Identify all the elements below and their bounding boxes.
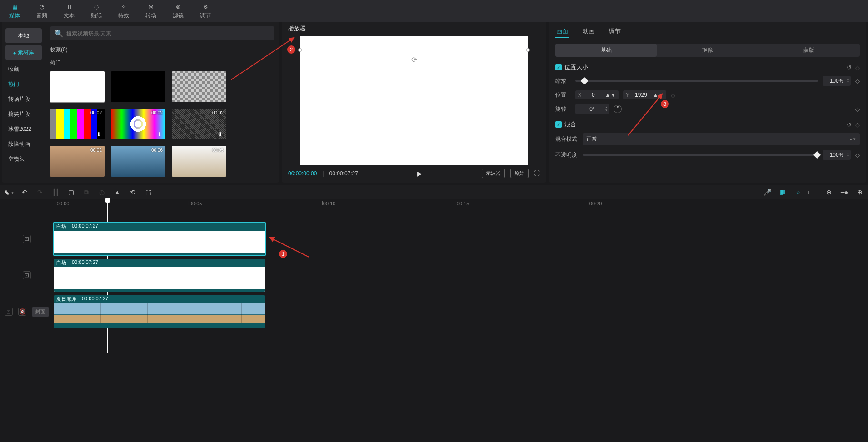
pos-y-input[interactable] — [632, 92, 650, 98]
clip-white-2[interactable]: 白场00:00:07:27 — [54, 259, 265, 292]
subtab-cutout[interactable]: 抠像 — [657, 44, 758, 57]
copy-tool[interactable]: ⧉ — [82, 188, 91, 197]
media-panel: 本地 素材库 收藏 热门 转场片段 搞笑片段 冰雪2022 故障动画 空镜头 🔍… — [2, 22, 279, 183]
step-down[interactable]: ▼ — [845, 81, 851, 84]
timeline: ⬉▾ ↶ ↷ ⎮⎮ ▢ ⧉ ◷ ▲ ⟲ ⬚ 🎤 ▦ ⟐ ⊏⊐ ⊖ ━● ⊕ | … — [0, 185, 868, 442]
scope-button[interactable]: 示波器 — [482, 169, 505, 178]
download-icon[interactable]: ⬇ — [218, 131, 224, 138]
play-button[interactable]: ▶ — [417, 170, 422, 177]
keyframe-icon[interactable]: ◇ — [855, 64, 860, 71]
thumb-black[interactable] — [111, 71, 165, 102]
reset-icon[interactable]: ↺ — [847, 64, 852, 71]
mic-icon[interactable]: 🎤 — [763, 188, 772, 197]
clip-beach[interactable]: 夏日海滩00:00:07:27 — [54, 295, 265, 328]
sidebar-glitch[interactable]: 故障动画 — [2, 137, 45, 152]
undo-button[interactable]: ↶ — [20, 188, 29, 197]
thumb-transparent[interactable] — [172, 71, 226, 102]
thumb-clip3[interactable]: 00:05 — [172, 146, 226, 177]
thumb-clip2[interactable]: 00:06 — [111, 146, 165, 177]
download-icon[interactable]: ⬇ — [96, 131, 103, 138]
tab-effect[interactable]: ✧特效 — [118, 3, 129, 20]
mirror-tool[interactable]: ▲ — [113, 188, 122, 197]
select-tool[interactable]: ⬉▾ — [4, 188, 14, 197]
label-rotation: 旋转 — [555, 105, 571, 113]
subtab-mask[interactable]: 蒙版 — [758, 44, 860, 57]
opacity-slider[interactable] — [583, 154, 818, 156]
cover-button[interactable]: 封面 — [32, 307, 49, 317]
sidebar-transition-seg[interactable]: 转场片段 — [2, 92, 45, 107]
zoom-in-icon[interactable]: ⊕ — [855, 188, 864, 197]
download-icon[interactable]: ⬇ — [157, 131, 164, 138]
thumb-noise[interactable]: 00:02⬇ — [172, 109, 226, 139]
loading-icon: ⟳ — [411, 55, 417, 64]
zoom-out-icon[interactable]: ⊖ — [824, 188, 833, 197]
prop-tab-picture[interactable]: 画面 — [555, 25, 569, 38]
split-tool[interactable]: ⎮⎮ — [51, 188, 60, 197]
track-toggle[interactable]: ⊡ — [23, 271, 31, 279]
handle-left[interactable] — [298, 48, 302, 52]
search-box[interactable]: 🔍 — [50, 26, 274, 40]
track-toggle[interactable]: ⊡ — [5, 308, 13, 316]
crop-tool[interactable]: ⬚ — [144, 188, 153, 197]
tracks: ⊡ 白场00:00:07:27 ⊡ 白场00:00:07:27 ⊡ 🔇 封面 夏… — [0, 223, 868, 328]
thumb-testcard[interactable]: 00:02⬇ — [111, 109, 165, 139]
mute-icon[interactable]: 🔇 — [18, 308, 26, 316]
search-input[interactable] — [66, 30, 270, 37]
keyframe-icon[interactable]: ◇ — [855, 152, 860, 159]
sidebar-funny-seg[interactable]: 搞笑片段 — [2, 107, 45, 122]
checkbox-blend[interactable]: ✓ — [555, 121, 562, 128]
rotation-dial[interactable] — [614, 105, 622, 113]
tab-transition[interactable]: ⋈转场 — [145, 3, 156, 20]
thumb-clip1[interactable]: 00:02 — [50, 146, 105, 177]
tab-filter[interactable]: ⊗滤镜 — [173, 3, 184, 20]
redo-button[interactable]: ↷ — [35, 188, 45, 197]
label-position: 位置 — [555, 91, 571, 99]
pos-x-input[interactable] — [584, 92, 602, 98]
reset-icon[interactable]: ↺ — [847, 121, 852, 128]
subtab-basic[interactable]: 基础 — [555, 44, 657, 57]
player-controls: 00:00:00:00 | 00:00:07:27 ▶ 示波器 原始 ⛶ — [282, 166, 546, 183]
handle-right[interactable] — [526, 48, 530, 52]
ruler[interactable]: | 00:00 | 00:05 | 00:10 | 00:15 | 00:20 — [54, 199, 868, 209]
thumb-white[interactable] — [50, 71, 105, 102]
prop-tab-adjust[interactable]: 调节 — [608, 25, 622, 38]
tab-text[interactable]: TI文本 — [64, 3, 75, 20]
sidebar-empty-shot[interactable]: 空镜头 — [2, 152, 45, 167]
clip-white-1[interactable]: 白场00:00:07:27 — [54, 223, 265, 255]
original-button[interactable]: 原始 — [510, 169, 529, 178]
align-icon[interactable]: ⊏⊐ — [809, 188, 818, 197]
sidebar-fav[interactable]: 收藏 — [2, 62, 45, 77]
link-icon[interactable]: ⟐ — [793, 188, 803, 197]
keyframe-icon[interactable]: ◇ — [671, 92, 675, 99]
canvas[interactable]: ⟳ — [300, 36, 528, 165]
delete-tool[interactable]: ▢ — [66, 188, 75, 197]
fullscreen-icon[interactable]: ⛶ — [534, 170, 540, 177]
thumb-colorbars[interactable]: 00:02⬇ — [50, 109, 105, 139]
scale-slider[interactable] — [575, 80, 818, 82]
magnet-on-icon[interactable]: ▦ — [778, 188, 787, 197]
pos-y-box[interactable]: Y▲▼ — [623, 90, 666, 99]
prop-tab-anim[interactable]: 动画 — [582, 25, 595, 38]
hot-title: 热门 — [50, 59, 274, 67]
sidebar-local[interactable]: 本地 — [5, 28, 42, 43]
track-toggle[interactable]: ⊡ — [23, 235, 31, 243]
keyframe-icon[interactable]: ◇ — [855, 78, 860, 84]
player-stage[interactable]: ⟳ — [282, 35, 546, 166]
zoom-slider-icon[interactable]: ━● — [840, 188, 849, 197]
label-scale: 缩放 — [555, 77, 571, 85]
pos-x-box[interactable]: X▲▼ — [575, 90, 619, 99]
sidebar-hot[interactable]: 热门 — [2, 77, 45, 92]
sidebar-ice2022[interactable]: 冰雪2022 — [2, 122, 45, 137]
tab-media[interactable]: ▦媒体 — [9, 3, 20, 20]
tab-audio[interactable]: ◔音频 — [36, 3, 47, 20]
keyframe-icon[interactable]: ◇ — [855, 106, 860, 113]
speed-tool[interactable]: ◷ — [97, 188, 106, 197]
keyframe-icon[interactable]: ◇ — [855, 121, 860, 128]
tab-sticker[interactable]: ◌贴纸 — [91, 3, 102, 20]
rotate-tool[interactable]: ⟲ — [128, 188, 137, 197]
checkbox-possize[interactable]: ✓ — [555, 64, 562, 70]
step-up[interactable]: ▲ — [845, 78, 851, 81]
tab-adjust[interactable]: ⚙调节 — [200, 3, 211, 20]
blendmode-select[interactable]: 正常▲▼ — [583, 133, 860, 145]
sidebar-library[interactable]: 素材库 — [5, 45, 42, 60]
